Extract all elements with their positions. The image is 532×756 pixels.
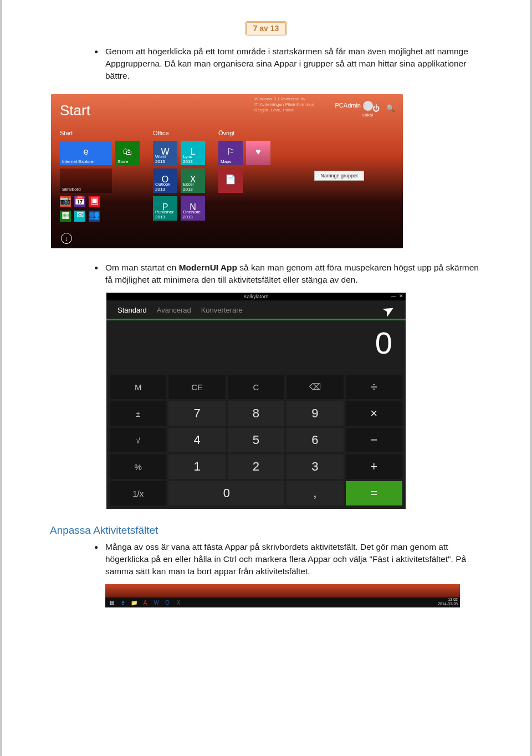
taskbar-figure: ⊞e📁AWOX 13:022014-03-28: [105, 584, 460, 607]
calc-tab-advanced: Avancerad: [157, 306, 191, 314]
bullet-1-text: Genom att högerklicka på ett tomt område…: [105, 45, 482, 82]
tile-label: Skrivbord: [62, 187, 81, 192]
window-controls: — ✕: [391, 293, 403, 299]
calc-key: 3: [287, 454, 343, 479]
calc-key: =: [346, 481, 402, 505]
taskbar-icon: X: [174, 599, 183, 606]
tile-icon: L: [191, 147, 196, 156]
section-heading: Anpassa Aktivitetsfältet: [50, 524, 482, 537]
tile-icon: 📷: [60, 196, 71, 205]
bullet-dot-icon: ●: [94, 541, 105, 578]
search-icon: 🔍: [386, 104, 395, 113]
group-label: Office: [153, 130, 205, 137]
tile-icon: ♥: [255, 147, 261, 156]
tile-icon: ⚐: [227, 147, 234, 156]
taskbar-icon: ⊞: [108, 599, 116, 606]
start-title: Start: [60, 102, 90, 119]
tile-icon: 👥: [89, 211, 100, 219]
taskbar-icon: W: [152, 599, 161, 606]
calc-key: ,: [287, 481, 343, 505]
bullet-dot-icon: ●: [94, 262, 105, 286]
start-user: PCAdmin Lokal: [335, 101, 373, 119]
tile-label: Store: [117, 159, 128, 164]
group-label: Övrigt: [218, 130, 270, 137]
calc-key: M: [110, 375, 166, 399]
calc-key: 4: [168, 428, 225, 452]
calc-key: 7: [168, 401, 225, 426]
bullet-dot-icon: ●: [94, 45, 105, 82]
calc-key: ±: [110, 401, 166, 426]
power-icon: ⏻: [372, 104, 380, 113]
calc-key: ÷: [346, 375, 402, 399]
calc-titlebar: Kalkylatorn — ✕: [106, 293, 406, 300]
tile-icon: X: [190, 175, 196, 184]
tile: 👥: [89, 211, 100, 222]
calc-key: ⌫: [287, 375, 343, 399]
tile: 📅: [74, 196, 85, 207]
tile: LLync 2013: [181, 141, 205, 165]
tile-icon: e: [84, 147, 89, 156]
bullet-2: ● Om man startat en ModernUI App så kan …: [94, 262, 482, 286]
calc-key: C: [228, 375, 284, 399]
calc-display: 0: [106, 319, 406, 371]
apps-arrow-icon: ↓: [61, 233, 72, 244]
tile-icon: 📄: [225, 175, 236, 184]
cursor-icon: ➤: [382, 305, 395, 316]
bullet-3: ● Många av oss är vana att fästa Appar p…: [94, 541, 482, 578]
start-charms: ⏻ 🔍: [368, 104, 395, 113]
calc-key: −: [346, 428, 402, 452]
taskbar-icon: e: [119, 599, 127, 606]
calc-key: 1: [168, 454, 225, 479]
tile-icon: W: [161, 147, 169, 156]
tile: ▣: [89, 196, 100, 207]
calc-tabs: Standard Avancerad Konverterare ➤: [106, 300, 406, 319]
calc-key: ×: [346, 401, 402, 426]
calc-key: 1/x: [110, 481, 166, 505]
start-screen-figure: Start Windows 8.1 levererad avIT-Avdelni…: [51, 94, 403, 248]
tile-icon: 📅: [74, 196, 85, 205]
tile: OOutlook 2013: [153, 168, 177, 193]
taskbar-clock: 13:022014-03-28: [438, 597, 458, 606]
tile: Skrivbord: [60, 168, 112, 193]
tile: ♥: [246, 141, 270, 165]
calc-key: 9: [287, 401, 343, 426]
calc-key: 8: [228, 401, 284, 426]
taskbar-icon: 📁: [130, 599, 139, 606]
tile-label: Internet Explorer: [62, 159, 95, 164]
tile: eInternet Explorer: [60, 141, 112, 165]
tile-icon: ▣: [90, 196, 99, 205]
tile: ✉: [74, 211, 85, 222]
calc-tab-standard: Standard: [117, 306, 147, 314]
tile-icon: ✉: [76, 211, 84, 219]
tile: ▦: [60, 211, 71, 222]
bullet-3-text: Många av oss är vana att fästa Appar på …: [105, 541, 482, 578]
calc-key: √: [110, 428, 166, 452]
tile: 📷: [60, 196, 71, 207]
taskbar-icon: O: [163, 599, 172, 606]
taskbar-icon: A: [141, 599, 150, 606]
tile-icon: P: [162, 203, 168, 212]
tile: 📄: [218, 168, 243, 193]
tile: PPublisher 2013: [153, 196, 177, 221]
page-number-badge: 7 av 13: [245, 21, 287, 35]
tile: WWord 2013: [153, 141, 177, 165]
bullet-2-text: Om man startat en ModernUI App så kan ma…: [105, 262, 482, 286]
calc-tab-converter: Konverterare: [201, 306, 243, 314]
calc-key: CE: [168, 375, 225, 399]
tile-icon: 🛍: [123, 147, 132, 156]
start-subtext: Windows 8.1 levererad avIT-Avdelningen P…: [254, 96, 314, 113]
tile-label: Maps: [221, 159, 232, 164]
tile: 🛍Store: [115, 141, 140, 165]
calc-key: +: [346, 454, 402, 479]
group-label: Start: [60, 130, 140, 137]
tile-icon: ▦: [62, 211, 70, 219]
tile: NOneNote 2013: [181, 196, 205, 221]
calc-key: 0: [168, 481, 284, 505]
calc-keypad: MCEC⌫÷±789×√456−%123+1/x0,=: [106, 371, 406, 509]
context-menu-item: Namnge grupper: [314, 171, 364, 181]
tile: ⚐Maps: [218, 141, 243, 165]
tile-icon: N: [190, 203, 196, 212]
tile-icon: O: [162, 175, 168, 184]
bullet-1: ● Genom att högerklicka på ett tomt områ…: [94, 45, 482, 82]
calc-key: 2: [228, 454, 284, 479]
